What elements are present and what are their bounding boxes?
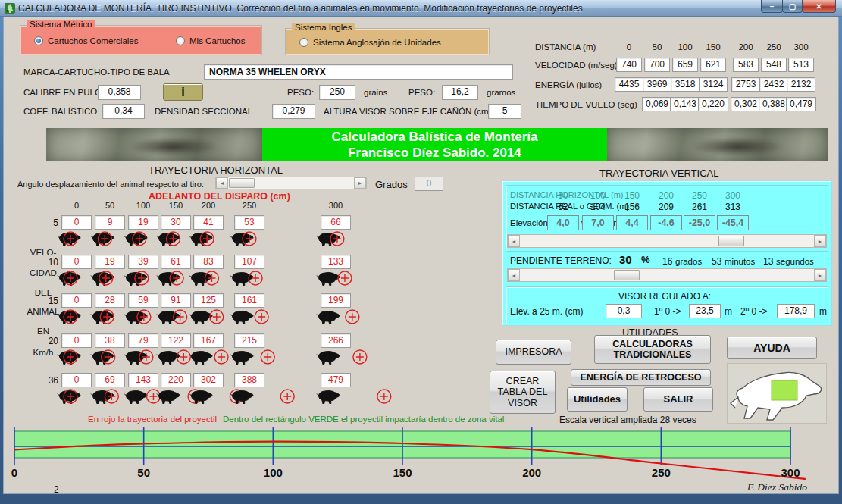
elev25-input[interactable]: 0,3 xyxy=(606,304,642,318)
energy-value[interactable]: 3518 xyxy=(671,77,700,92)
velocity-value[interactable]: 621 xyxy=(700,58,726,72)
adelanto-value[interactable]: 302 xyxy=(193,373,224,387)
adelanto-value[interactable]: 61 xyxy=(161,255,191,269)
energy-value[interactable]: 2132 xyxy=(787,77,815,92)
elevation-value[interactable]: 7,0 xyxy=(582,215,614,230)
elevation-value[interactable]: 4,4 xyxy=(616,215,648,230)
adelanto-value[interactable]: 69 xyxy=(95,373,125,387)
dist-horizontal-value: 50 xyxy=(552,190,574,201)
sight-height-input[interactable]: 5 xyxy=(488,104,521,119)
adelanto-value[interactable]: 479 xyxy=(321,373,351,387)
scroll-thumb[interactable] xyxy=(229,178,255,188)
vertical-scrollbar-1[interactable]: ◄► xyxy=(507,234,827,248)
title-bar[interactable]: CALCULADORA DE MONTERÍA. TIRO INSTINTIVO… xyxy=(0,0,842,17)
velocity-value[interactable]: 700 xyxy=(644,58,670,72)
zero2-input[interactable]: 178,9 xyxy=(777,304,815,318)
info-button[interactable]: i xyxy=(163,83,203,101)
grados-value[interactable]: 0 xyxy=(415,177,443,191)
close-button[interactable]: ✕ xyxy=(802,0,836,13)
scroll-right-arrow-icon[interactable]: ► xyxy=(814,269,826,281)
adelanto-value[interactable]: 59 xyxy=(128,293,158,308)
adelanto-value[interactable]: 30 xyxy=(161,215,191,230)
bc-input[interactable]: 0,34 xyxy=(102,104,145,119)
velocity-value[interactable]: 583 xyxy=(733,58,759,72)
brand-input[interactable]: NORMA 35 WHELEN ORYX xyxy=(204,64,513,80)
velocity-value[interactable]: 659 xyxy=(672,58,698,72)
adelanto-value[interactable]: 9 xyxy=(95,215,125,230)
angle-scrollbar[interactable]: ◄► xyxy=(215,177,367,189)
adelanto-value[interactable]: 41 xyxy=(193,215,224,230)
tof-value[interactable]: 0,388 xyxy=(759,97,789,111)
adelanto-value[interactable]: 0 xyxy=(61,373,92,387)
adelanto-value[interactable]: 66 xyxy=(321,215,351,230)
scroll-right-arrow-icon[interactable]: ► xyxy=(814,235,826,247)
velocity-value[interactable]: 548 xyxy=(761,58,787,72)
adelanto-value[interactable]: 53 xyxy=(234,215,264,230)
tof-value[interactable]: 0,143 xyxy=(670,97,700,111)
adelanto-value[interactable]: 215 xyxy=(234,333,264,348)
adelanto-value[interactable]: 125 xyxy=(193,293,224,308)
adelanto-value[interactable]: 0 xyxy=(61,215,92,230)
scroll-left-arrow-icon[interactable]: ◄ xyxy=(508,269,520,281)
adelanto-value[interactable]: 133 xyxy=(321,255,351,269)
adelanto-value[interactable]: 19 xyxy=(95,255,125,269)
scroll-left-arrow-icon[interactable]: ◄ xyxy=(508,235,520,247)
weight-grains-input[interactable]: 250 xyxy=(319,85,355,100)
adelanto-value[interactable]: 161 xyxy=(234,293,264,308)
scroll-right-arrow-icon[interactable]: ► xyxy=(354,177,366,189)
radio-mis-cartuchos[interactable]: Mis Cartuchos xyxy=(176,36,246,45)
sd-input[interactable]: 0,279 xyxy=(272,104,315,119)
adelanto-value[interactable]: 122 xyxy=(161,333,191,348)
adelanto-value[interactable]: 91 xyxy=(161,293,191,308)
velocity-value[interactable]: 740 xyxy=(616,58,642,72)
crear-tabla-button[interactable]: CREAR TABLA DEL VISOR xyxy=(490,371,556,414)
tof-value[interactable]: 0,220 xyxy=(698,97,728,111)
maximize-button[interactable]: ▢ xyxy=(782,0,803,13)
adelanto-value[interactable]: 79 xyxy=(128,333,158,348)
impresora-button[interactable]: IMPRESORA xyxy=(496,340,571,365)
elevation-value[interactable]: -45,4 xyxy=(717,215,749,230)
ayuda-button[interactable]: AYUDA xyxy=(727,337,817,359)
adelanto-value[interactable]: 0 xyxy=(61,293,92,308)
adelanto-value[interactable]: 39 xyxy=(128,255,158,269)
adelanto-value[interactable]: 19 xyxy=(128,215,158,230)
zero1-input[interactable]: 23,5 xyxy=(689,304,721,318)
adelanto-value[interactable]: 167 xyxy=(193,333,224,348)
weight-grams-input[interactable]: 16,2 xyxy=(442,85,478,100)
adelanto-value[interactable]: 143 xyxy=(128,373,158,387)
utilidades-button[interactable]: Utilidades xyxy=(567,387,628,412)
adelanto-value[interactable]: 220 xyxy=(161,373,191,387)
adelanto-value[interactable]: 38 xyxy=(95,333,125,348)
tof-value[interactable]: 0,479 xyxy=(786,97,816,111)
adelanto-value[interactable]: 83 xyxy=(193,255,224,269)
elevation-value[interactable]: 4,0 xyxy=(547,215,579,230)
scroll-thumb[interactable] xyxy=(718,236,744,246)
energy-value[interactable]: 2432 xyxy=(759,77,788,92)
velocity-value[interactable]: 513 xyxy=(788,58,814,72)
elevation-value[interactable]: -4,6 xyxy=(650,215,682,230)
scroll-left-arrow-icon[interactable]: ◄ xyxy=(216,177,228,189)
tof-value[interactable]: 0,302 xyxy=(731,97,761,111)
adelanto-value[interactable]: 0 xyxy=(61,333,92,348)
adelanto-value[interactable]: 199 xyxy=(321,293,351,308)
radio-sistema-anglosajon[interactable]: Sistema Anglosajón de Unidades xyxy=(299,38,441,47)
calculadoras-button[interactable]: CALCULADORAS TRADICIONALES xyxy=(594,335,711,364)
elevation-value[interactable]: -25,0 xyxy=(684,215,715,230)
scroll-thumb[interactable] xyxy=(614,270,640,280)
tof-value[interactable]: 0,069 xyxy=(642,97,672,111)
adelanto-value[interactable]: 266 xyxy=(321,333,351,348)
energia-retroceso-button[interactable]: ENERGÍA DE RETROCESO xyxy=(571,369,711,386)
energy-value[interactable]: 2753 xyxy=(731,77,760,92)
energy-value[interactable]: 3969 xyxy=(643,77,671,92)
adelanto-value[interactable]: 388 xyxy=(234,373,264,387)
salir-button[interactable]: SALIR xyxy=(643,387,713,412)
energy-value[interactable]: 4435 xyxy=(615,77,643,92)
minimize-button[interactable]: – xyxy=(761,0,783,13)
caliber-input[interactable]: 0,358 xyxy=(98,85,141,100)
adelanto-value[interactable]: 28 xyxy=(95,293,125,308)
vertical-scrollbar-2[interactable]: ◄► xyxy=(507,268,827,282)
radio-cartuchos-comerciales[interactable]: Cartuchos Comerciales xyxy=(34,36,139,45)
adelanto-value[interactable]: 0 xyxy=(61,255,92,269)
adelanto-value[interactable]: 107 xyxy=(234,255,264,269)
energy-value[interactable]: 3124 xyxy=(699,77,728,92)
